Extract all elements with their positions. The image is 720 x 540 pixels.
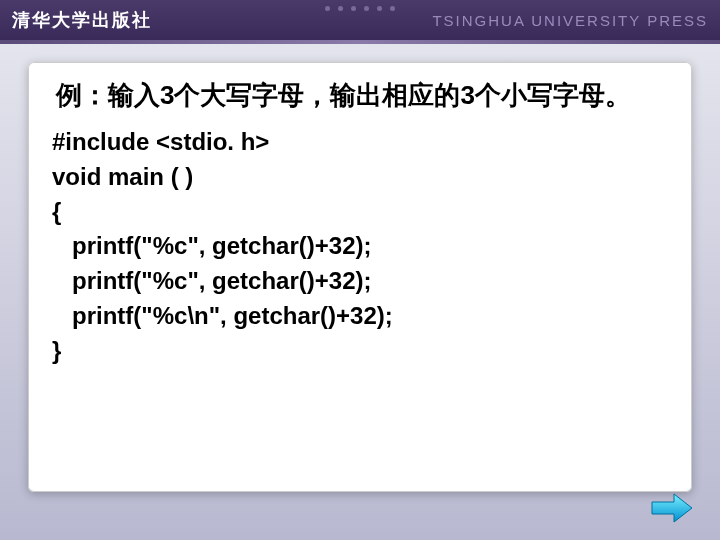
publisher-name-cn: 清华大学出版社 [12,8,152,32]
arrow-right-icon [650,490,694,526]
decorative-dots [325,6,395,11]
example-title: 例：输入3个大写字母，输出相应的3个小写字母。 [56,76,672,115]
header-bar: 清华大学出版社 TSINGHUA UNIVERSITY PRESS [0,0,720,40]
publisher-name-en: TSINGHUA UNIVERSITY PRESS [432,12,708,29]
code-block: #include <stdio. h> void main ( ) { prin… [52,125,672,369]
header-divider [0,40,720,44]
slide-content: 例：输入3个大写字母，输出相应的3个小写字母。 #include <stdio.… [28,62,692,492]
next-arrow-icon[interactable] [650,490,694,526]
